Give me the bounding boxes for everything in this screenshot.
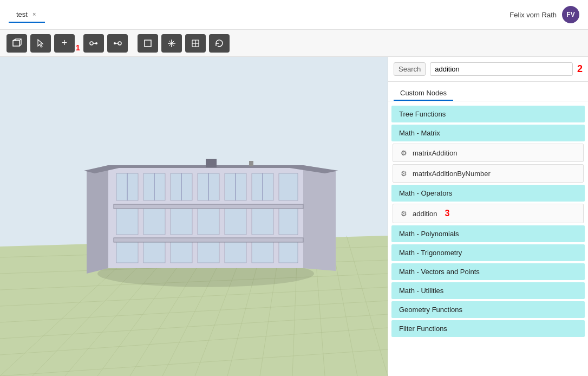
svg-rect-72 [279,241,298,263]
svg-rect-65 [279,208,298,235]
svg-marker-44 [303,165,336,271]
category-math-vectors-points[interactable]: Math - Vectors and Points [391,263,585,280]
tab-custom-nodes[interactable]: Custom Nodes [394,86,453,101]
main-content: Search 2 Custom Nodes Tree Functions Mat… [0,57,588,376]
search-step-number: 2 [577,63,583,75]
connect-input-button[interactable] [83,34,104,53]
svg-rect-61 [171,208,192,235]
search-bar: Search 2 [388,57,588,82]
svg-rect-63 [225,208,246,235]
panel-tabs: Custom Nodes [388,82,588,101]
connect-output-button[interactable] [107,34,128,53]
svg-rect-67 [143,241,165,263]
svg-rect-75 [206,159,217,167]
svg-rect-76 [249,161,253,166]
node-label: matrixAddition [413,149,457,157]
svg-marker-42 [87,165,108,274]
svg-rect-64 [252,208,273,235]
grid-button[interactable] [185,34,206,53]
refresh-button[interactable] [209,34,230,53]
category-math-matrix[interactable]: Math - Matrix [391,125,585,141]
toolbar: + 1 [0,30,588,57]
3d-viewport[interactable] [0,57,388,376]
node-addition[interactable]: ⚙ addition 3 [393,204,584,223]
gear-icon: ⚙ [400,148,408,157]
user-name: Felix vom Rath [509,11,557,19]
category-math-operators[interactable]: Math - Operators [391,185,585,202]
search-label: Search [394,62,426,76]
node-list: Tree Functions Math - Matrix ⚙ matrixAdd… [388,101,588,376]
tab-close-button[interactable]: × [31,10,37,18]
gear-icon: ⚙ [400,169,408,178]
step-1-label: 1 [76,43,80,52]
gear-icon: ⚙ [400,209,408,218]
svg-rect-62 [198,208,219,235]
category-math-polynomials[interactable]: Math - Polynomials [391,225,585,242]
category-geometry-functions[interactable]: Geometry Functions [391,301,585,318]
svg-rect-68 [171,241,192,263]
3d-view-button[interactable] [6,34,27,53]
category-tree-functions[interactable]: Tree Functions [391,106,585,122]
tab-test[interactable]: test × [9,7,45,23]
transform-button[interactable] [161,34,182,53]
node-label: matrixAdditionByNumber [413,170,491,178]
svg-rect-69 [198,241,219,263]
svg-rect-70 [225,241,246,263]
svg-rect-59 [116,208,138,235]
search-input[interactable] [430,62,573,76]
svg-rect-74 [114,238,303,242]
tab-label: test [16,10,28,18]
topbar: test × Felix vom Rath FV [0,0,588,30]
svg-point-1 [90,42,93,45]
svg-rect-52 [279,173,298,200]
add-node-button[interactable]: + [54,34,75,53]
svg-rect-60 [143,208,165,235]
svg-point-6 [114,42,116,44]
category-math-trigonometry[interactable]: Math - Trigonometry [391,244,585,261]
addition-step-number: 3 [445,209,450,218]
category-math-utilities[interactable]: Math - Utilities [391,282,585,299]
svg-rect-66 [116,241,138,263]
right-panel: Search 2 Custom Nodes Tree Functions Mat… [388,57,588,376]
svg-rect-71 [252,241,273,263]
svg-point-3 [95,42,97,44]
svg-rect-7 [145,40,151,47]
category-filter-functions[interactable]: Filter Functions [391,320,585,337]
svg-rect-0 [13,41,19,46]
user-area: Felix vom Rath FV [509,6,579,23]
node-matrixAddition[interactable]: ⚙ matrixAddition [393,144,584,162]
tab-bar: test × [9,7,45,23]
frame-button[interactable] [138,34,158,53]
avatar[interactable]: FV [562,6,579,23]
svg-point-4 [118,42,121,45]
node-matrixAdditionByNumber[interactable]: ⚙ matrixAdditionByNumber [393,164,584,183]
node-label: addition [413,210,437,218]
svg-rect-73 [114,204,303,209]
select-button[interactable] [30,34,51,53]
